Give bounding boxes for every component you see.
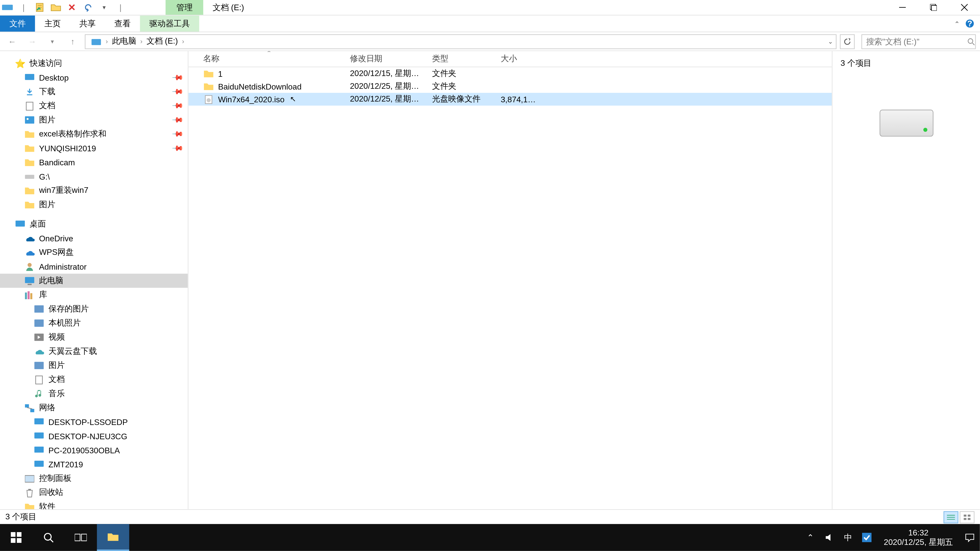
nav-saved-pictures[interactable]: 保存的图片 (0, 302, 188, 316)
nav-libraries[interactable]: 库 (0, 288, 188, 302)
col-header-name[interactable]: 名称 (199, 53, 346, 65)
nav-desktop[interactable]: Desktop📌 (0, 71, 188, 85)
nav-quick-access[interactable]: ⭐快速访问 (0, 57, 188, 71)
documents-icon (34, 374, 45, 385)
nav-camera-roll[interactable]: 本机照片 (0, 316, 188, 330)
ime-indicator[interactable]: 中 (842, 532, 854, 543)
context-tab-manage[interactable]: 管理 (165, 0, 204, 15)
tray-app-icon[interactable] (861, 533, 873, 542)
maximize-button[interactable] (918, 0, 949, 15)
nav-music-lib[interactable]: 音乐 (0, 387, 188, 401)
status-text: 3 个项目 (5, 511, 36, 523)
taskbar-search-button[interactable] (32, 524, 65, 551)
view-large-icons-button[interactable] (959, 511, 974, 523)
nav-documents[interactable]: 文档📌 (0, 99, 188, 113)
ribbon-tab-view[interactable]: 查看 (105, 16, 140, 32)
ribbon-tab-drive-tools[interactable]: 驱动器工具 (140, 16, 199, 32)
breadcrumb-seg-drive[interactable]: 文档 (E:) (144, 36, 180, 47)
nav-pc3[interactable]: PC-20190530OBLA (0, 443, 188, 457)
taskbar-explorer[interactable] (97, 524, 129, 551)
file-rows[interactable]: 12020/12/15, 星期二 1...文件夹BaiduNetdiskDown… (188, 67, 832, 510)
close-button[interactable] (949, 0, 980, 15)
nav-recent-dropdown[interactable]: ▾ (45, 33, 60, 49)
col-header-type[interactable]: 类型 (428, 53, 496, 65)
nav-gdrive[interactable]: G:\ (0, 170, 188, 184)
nav-wps[interactable]: WPS网盘 (0, 246, 188, 260)
pin-icon: 📌 (171, 100, 184, 112)
svg-rect-21 (25, 292, 27, 299)
nav-thispc[interactable]: 此电脑 (0, 274, 188, 288)
start-button[interactable] (0, 524, 32, 551)
taskbar-clock[interactable]: 16:32 2020/12/25, 星期五 (880, 528, 957, 547)
breadcrumb[interactable]: › 此电脑 › 文档 (E:) › ⌄ (85, 34, 837, 49)
search-box[interactable] (861, 34, 976, 49)
nav-forward-button[interactable]: → (24, 33, 40, 49)
nav-up-button[interactable]: ↑ (65, 33, 81, 49)
nav-win7reinstall[interactable]: win7重装win7 (0, 184, 188, 198)
new-folder-icon[interactable] (50, 1, 62, 13)
minimize-button[interactable] (887, 0, 918, 15)
nav-pics-lib[interactable]: 图片 (0, 359, 188, 373)
svg-rect-24 (34, 305, 44, 313)
nav-pc4[interactable]: ZMT2019 (0, 457, 188, 472)
pictures-icon (24, 115, 35, 125)
breadcrumb-seg-thispc[interactable]: 此电脑 (109, 36, 139, 47)
folder-icon (203, 81, 214, 92)
nav-tianyi[interactable]: 天翼云盘下载 (0, 345, 188, 359)
search-input[interactable] (866, 37, 967, 46)
ribbon-tab-share[interactable]: 共享 (70, 16, 105, 32)
nav-software[interactable]: 软件 (0, 500, 188, 509)
nav-onedrive[interactable]: OneDrive (0, 231, 188, 245)
ribbon-tab-file[interactable]: 文件 (0, 16, 35, 32)
nav-pc2[interactable]: DESKTOP-NJEU3CG (0, 429, 188, 443)
column-header[interactable]: ⌃ 名称 修改日期 类型 大小 (188, 51, 832, 67)
nav-recycle-bin[interactable]: 回收站 (0, 486, 188, 500)
nav-desktop-root[interactable]: 桌面 (0, 218, 188, 231)
properties-icon[interactable] (34, 1, 46, 13)
chevron-right-icon[interactable]: › (140, 38, 142, 45)
nav-administrator[interactable]: Administrator (0, 260, 188, 274)
chevron-right-icon[interactable]: › (106, 38, 108, 45)
breadcrumb-dropdown-icon[interactable]: ⌄ (828, 38, 833, 44)
ribbon-tab-home[interactable]: 主页 (35, 16, 70, 32)
nav-pc1[interactable]: DESKTOP-LSSOEDP (0, 415, 188, 429)
col-header-size[interactable]: 大小 (496, 53, 541, 65)
svg-rect-47 (11, 532, 15, 537)
nav-label: DESKTOP-LSSOEDP (48, 417, 128, 427)
chevron-right-icon[interactable]: › (182, 38, 184, 45)
svg-rect-43 (964, 514, 966, 516)
file-row[interactable]: 12020/12/15, 星期二 1...文件夹 (188, 67, 832, 80)
action-center-icon[interactable] (964, 533, 976, 542)
tray-overflow-icon[interactable]: ⌃ (804, 533, 816, 542)
titlebar: | ✕ ▾ | 管理 文档 (E:) (0, 0, 980, 16)
nav-yunqishi[interactable]: YUNQISHI2019📌 (0, 141, 188, 156)
folder-icon (203, 68, 214, 79)
nav-videos[interactable]: 视频 (0, 330, 188, 345)
ribbon-expand-icon[interactable]: ⌃ (954, 20, 959, 27)
taskbar[interactable]: ⌃ 中 16:32 2020/12/25, 星期五 (0, 524, 980, 551)
view-details-button[interactable] (943, 511, 958, 523)
nav-docs-lib[interactable]: 文档 (0, 373, 188, 387)
nav-back-button[interactable]: ← (4, 33, 20, 49)
col-header-date[interactable]: 修改日期 (346, 53, 428, 65)
file-row[interactable]: Win7x64_2020.iso↖2020/12/25, 星期五 1...光盘映… (188, 93, 832, 106)
nav-pictures[interactable]: 图片📌 (0, 113, 188, 127)
nav-network[interactable]: 网络 (0, 401, 188, 415)
nav-pictures2[interactable]: 图片 (0, 198, 188, 212)
volume-icon[interactable] (823, 533, 835, 542)
refresh-button[interactable] (840, 34, 855, 49)
navigation-pane[interactable]: ⭐快速访问 Desktop📌 下载📌 文档📌 图片📌 excel表格制作求和📌 … (0, 51, 188, 509)
nav-downloads[interactable]: 下载📌 (0, 85, 188, 99)
qat-dropdown-icon[interactable]: ▾ (98, 1, 110, 13)
undo-icon[interactable] (82, 1, 94, 13)
nav-control-panel[interactable]: 控制面板 (0, 472, 188, 486)
breadcrumb-root-icon[interactable] (88, 37, 104, 45)
delete-icon[interactable]: ✕ (66, 1, 78, 13)
nav-bandicam[interactable]: Bandicam (0, 156, 188, 169)
file-row[interactable]: BaiduNetdiskDownload2020/12/25, 星期五 1...… (188, 80, 832, 93)
search-icon[interactable] (967, 37, 975, 45)
nav-excel-folder[interactable]: excel表格制作求和📌 (0, 127, 188, 141)
file-date: 2020/12/25, 星期五 1... (346, 81, 428, 92)
help-icon[interactable]: ? (965, 19, 974, 28)
task-view-button[interactable] (65, 524, 97, 551)
